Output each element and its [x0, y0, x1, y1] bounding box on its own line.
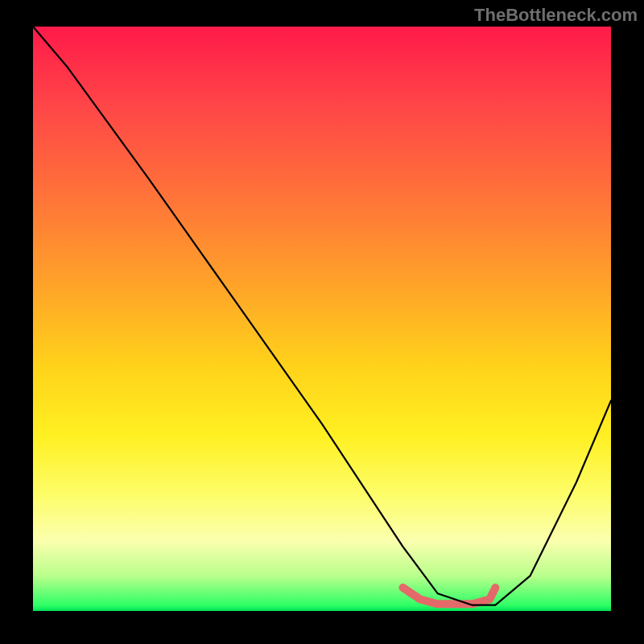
watermark-text: TheBottleneck.com: [474, 5, 638, 26]
plot-background-gradient: [33, 27, 611, 611]
chart-root: TheBottleneck.com: [0, 0, 644, 644]
